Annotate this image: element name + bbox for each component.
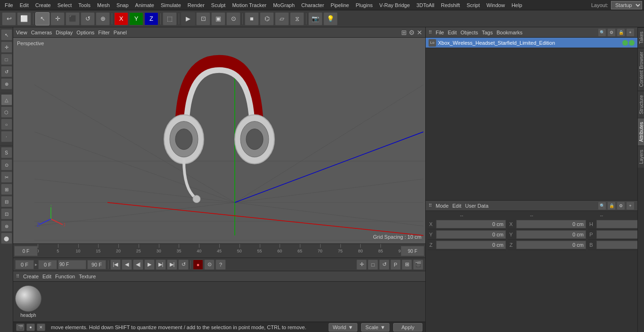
tool-face-mode[interactable]: ○ [1, 119, 12, 130]
toolbar-interactive-render[interactable]: ⊙ [226, 12, 240, 25]
toolbar-deformer[interactable]: ▱ [275, 12, 289, 25]
tool-select-model[interactable]: ↖ [1, 29, 12, 40]
toolbar-render-region[interactable]: ⊡ [196, 12, 210, 25]
menu-animate[interactable]: Animate [132, 1, 157, 9]
playback-param-key[interactable]: P [390, 259, 401, 270]
playback-current-frame[interactable] [38, 260, 57, 269]
playback-loop[interactable]: ↺ [178, 259, 189, 270]
material-menu-texture[interactable]: Texture [79, 274, 96, 279]
menu-redshift[interactable]: Redshift [438, 1, 462, 9]
tool-paint[interactable]: ⊛ [1, 220, 12, 232]
am-menu-mode[interactable]: Mode [436, 203, 449, 209]
toolbar-obj[interactable]: ⬚ [163, 12, 177, 25]
menu-script[interactable]: Script [464, 1, 483, 9]
tool-magnet[interactable]: ⬤ [1, 233, 12, 244]
tool-bridge[interactable]: ⊞ [1, 184, 12, 195]
menu-tools[interactable]: Tools [75, 1, 93, 9]
menu-mograph[interactable]: MoGraph [270, 1, 297, 9]
timeline[interactable]: 0 F 051015202530354045505560657075808590… [13, 243, 425, 258]
viewport-menu-options[interactable]: Options [76, 30, 94, 35]
playback-start-frame[interactable] [15, 260, 34, 269]
am-sy-input[interactable] [516, 230, 586, 239]
scale-dropdown[interactable]: Scale ▼ [361, 323, 389, 332]
playback-step-back[interactable]: ◀ [122, 259, 132, 270]
menu-character[interactable]: Character [298, 1, 327, 9]
viewport-menu-display[interactable]: Display [56, 30, 73, 35]
menu-window[interactable]: Window [484, 1, 508, 9]
tool-move[interactable]: ✛ [1, 41, 12, 53]
playback-film[interactable]: 🎬 [413, 259, 423, 270]
toolbar-scale-tool[interactable]: ⬛ [66, 12, 80, 25]
toolbar-y-axis[interactable]: Y [129, 12, 143, 25]
tool-weld[interactable]: ⊟ [1, 196, 12, 207]
menu-select[interactable]: Select [55, 1, 75, 9]
viewport-menu-filter[interactable]: Filter [98, 30, 109, 35]
menu-pipeline[interactable]: Pipeline [328, 1, 352, 9]
am-sx-input[interactable] [516, 220, 586, 228]
vtab-content-browser[interactable]: Content Browser [638, 48, 644, 90]
viewport-menu-panel[interactable]: Panel [114, 30, 127, 35]
menu-edit[interactable]: Edit [17, 1, 32, 9]
am-b-input[interactable] [596, 241, 637, 249]
am-p-input[interactable] [596, 230, 637, 239]
playback-play[interactable]: ▶ [144, 259, 155, 270]
status-close-icon[interactable]: ✕ [37, 324, 45, 331]
tool-rotate[interactable]: ↺ [1, 66, 12, 77]
om-search-icon[interactable]: 🔍 [598, 28, 606, 37]
status-record-icon[interactable]: ● [26, 324, 35, 331]
toolbar-x-axis[interactable]: X [114, 12, 128, 25]
viewport-close[interactable]: ✕ [417, 29, 422, 36]
toolbar-cube[interactable]: ■ [245, 12, 259, 25]
tool-model-mode[interactable]: △ [1, 94, 12, 105]
playback-move-key[interactable]: ✛ [356, 259, 367, 270]
toolbar-camera[interactable]: 📷 [308, 12, 322, 25]
om-object-xbox-headset[interactable]: Lo Xbox_Wireless_Headset_Starfield_Limit… [426, 38, 637, 48]
toolbar-transform[interactable]: ⊕ [96, 12, 110, 25]
toolbar-move[interactable]: ✛ [50, 12, 65, 25]
world-dropdown[interactable]: World ▼ [329, 323, 357, 332]
menu-plugins[interactable]: Plugins [353, 1, 375, 9]
menu-3dtoa[interactable]: 3DToAll [413, 1, 437, 9]
am-menu-userdata[interactable]: User Data [465, 203, 489, 209]
tool-extrude[interactable]: ⊡ [1, 208, 12, 219]
status-render-icon[interactable]: 🎬 [16, 324, 25, 331]
material-menu-edit[interactable]: Edit [42, 274, 51, 279]
am-search-icon[interactable]: 🔍 [598, 202, 606, 210]
vtab-takes[interactable]: Takes [638, 27, 644, 48]
tool-snap[interactable]: ⊙ [1, 159, 12, 170]
viewport-maximize[interactable]: ⊞ [401, 29, 407, 36]
om-menu-bookmarks[interactable]: Bookmarks [496, 30, 522, 35]
am-menu-edit[interactable]: Edit [453, 203, 462, 209]
am-settings-icon[interactable]: ⚙ [617, 202, 625, 210]
playback-step-forward[interactable]: ▶| [156, 259, 166, 270]
toolbar-undo[interactable]: ↩ [2, 12, 16, 25]
toolbar-render-to-picture[interactable]: ▣ [211, 12, 225, 25]
layout-select[interactable]: Startup [611, 1, 642, 9]
am-h-input[interactable] [596, 220, 637, 228]
tool-knife[interactable]: ✂ [1, 171, 12, 183]
om-lock-icon[interactable]: 🔒 [617, 28, 625, 37]
playback-goto-start[interactable]: |◀ [110, 259, 121, 270]
menu-simulate[interactable]: Simulate [158, 1, 184, 9]
menu-snap[interactable]: Snap [114, 1, 132, 9]
menu-mesh[interactable]: Mesh [94, 1, 113, 9]
playback-scale-key[interactable]: □ [368, 259, 378, 270]
tool-point-mode[interactable]: · [1, 131, 12, 142]
tool-scale[interactable]: □ [1, 54, 12, 65]
tool-tweak[interactable]: S [1, 147, 12, 158]
om-menu-objects[interactable]: Objects [461, 30, 478, 35]
viewport[interactable]: X Y Z Perspective Grid Spacing : 10 cm [13, 38, 425, 243]
toolbar-select[interactable]: ↖ [35, 12, 50, 25]
am-z-input[interactable] [436, 241, 506, 249]
vtab-layers[interactable]: Layers [638, 146, 644, 168]
am-y-input[interactable] [436, 230, 506, 239]
toolbar-render-viewport[interactable]: ▶ [181, 12, 195, 25]
menu-vray[interactable]: V-Ray Bridge [377, 1, 413, 9]
toolbar-frame[interactable]: ⬜ [17, 12, 31, 25]
am-add-icon[interactable]: + [626, 202, 635, 210]
menu-motion-tracker[interactable]: Motion Tracker [229, 1, 269, 9]
tool-poly[interactable]: ⊕ [1, 78, 12, 89]
toolbar-rotate[interactable]: ↺ [81, 12, 95, 25]
material-preview-ball[interactable] [15, 285, 41, 312]
om-content[interactable]: Lo Xbox_Wireless_Headset_Starfield_Limit… [426, 38, 637, 200]
